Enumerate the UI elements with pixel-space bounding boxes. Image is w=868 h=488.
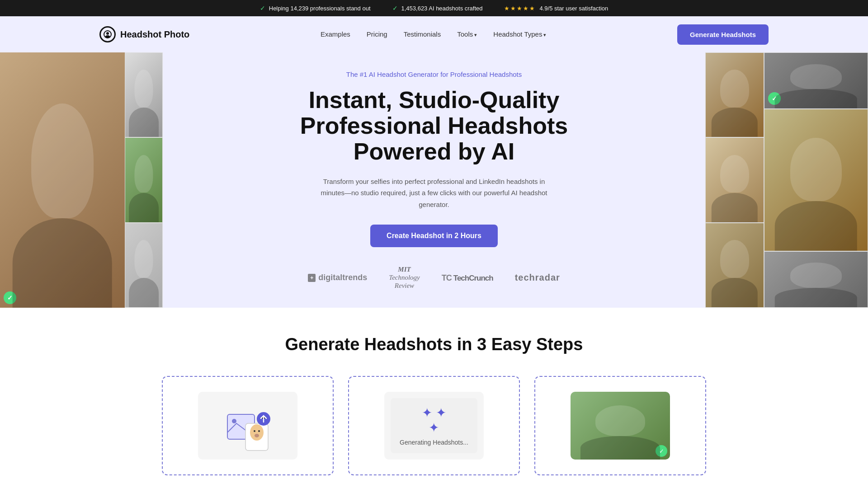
step-2-inner: ✦ ✦✦ Generating Headshots... — [384, 392, 484, 460]
svg-point-1 — [106, 32, 109, 35]
nav-link-testimonials[interactable]: Testimonials — [404, 30, 441, 38]
sparkles-icon: ✦ ✦✦ — [400, 405, 468, 435]
thumb-2 — [125, 137, 163, 222]
right-photo-3 — [705, 223, 764, 308]
check-icon-2: ✓ — [392, 5, 398, 12]
result-image: ✓ — [571, 392, 670, 460]
banner-text-2: 1,453,623 AI headshots crafted — [401, 5, 483, 12]
nav-link-pricing[interactable]: Pricing — [367, 30, 387, 38]
press-logo-digitaltrends: + digitaltrends — [308, 272, 367, 283]
generating-label: Generating Headshots... — [400, 439, 468, 446]
step-card-2: ✦ ✦✦ Generating Headshots... — [348, 376, 520, 475]
right-photo-6 — [764, 251, 868, 308]
upload-illustration — [221, 399, 275, 453]
press-logos: + digitaltrends MITTechnologyReview TC T… — [308, 265, 560, 290]
step-3-inner: ✓ — [571, 392, 670, 460]
check-badge-left: ✓ — [4, 291, 16, 304]
svg-point-7 — [258, 430, 260, 432]
right-photo-2 — [705, 137, 764, 222]
right-photo-4: ✓ — [764, 52, 868, 109]
step-card-3: ✓ — [534, 376, 706, 475]
hero-description: Transform your selfies into perfect prof… — [316, 176, 552, 211]
upload-area — [221, 399, 275, 453]
hero-photo-main-left: ✓ — [0, 52, 125, 308]
star-rating: ★★★★★ — [504, 5, 536, 12]
banner-item-2: ✓ 1,453,623 AI headshots crafted — [392, 5, 483, 12]
nav-link-tools[interactable]: Tools — [457, 30, 477, 38]
steps-section: Generate Headshots in 3 Easy Steps — [0, 308, 868, 488]
thumb-3 — [125, 223, 163, 308]
logo-icon — [99, 26, 116, 42]
banner-text-1: Helping 14,239 professionals stand out — [269, 5, 371, 12]
hero-center: The #1 AI Headshot Generator for Profess… — [163, 52, 705, 308]
right-col-2: ✓ — [764, 52, 868, 308]
logo[interactable]: Headshot Photo — [99, 26, 189, 42]
thumb-1 — [125, 52, 163, 137]
left-photo-collage: ✓ — [0, 52, 163, 308]
press-logo-mit: MITTechnologyReview — [389, 265, 420, 290]
nav-item-tools[interactable]: Tools — [457, 30, 477, 38]
check-badge-right: ✓ — [768, 92, 781, 105]
svg-point-5 — [250, 424, 264, 441]
banner-item-1: ✓ Helping 14,239 professionals stand out — [260, 5, 371, 12]
check-icon-1: ✓ — [260, 5, 265, 12]
svg-point-3 — [232, 419, 236, 423]
right-photo-5 — [764, 109, 868, 251]
press-logo-techcrunch: TC TechCrunch — [442, 272, 493, 283]
top-banner: ✓ Helping 14,239 professionals stand out… — [0, 0, 868, 16]
nav-item-pricing[interactable]: Pricing — [367, 30, 387, 38]
svg-point-8 — [255, 434, 259, 437]
nav-item-headshot-types[interactable]: Headshot Types — [493, 30, 546, 38]
hero-cta-button[interactable]: Create Headshot in 2 Hours — [370, 225, 498, 247]
hero-section: ✓ The #1 AI Headshot Generator for Profe… — [0, 52, 868, 308]
nav-link-headshot-types[interactable]: Headshot Types — [493, 30, 546, 38]
steps-grid: ✦ ✦✦ Generating Headshots... ✓ — [90, 376, 778, 475]
banner-text-3: 4.9/5 star user satisfaction — [539, 5, 608, 12]
step-1-inner — [198, 392, 297, 460]
generate-headshots-button[interactable]: Generate Headshots — [677, 24, 769, 45]
result-check-icon: ✓ — [656, 445, 667, 457]
right-photo-collage: ✓ — [705, 52, 868, 308]
nav-item-testimonials[interactable]: Testimonials — [404, 30, 441, 38]
navbar: Headshot Photo Examples Pricing Testimon… — [0, 16, 868, 52]
nav-link-examples[interactable]: Examples — [321, 30, 350, 38]
hero-subtitle: The #1 AI Headshot Generator for Profess… — [346, 70, 522, 78]
nav-links: Examples Pricing Testimonials Tools Head… — [321, 30, 547, 38]
generating-box: ✦ ✦✦ Generating Headshots... — [391, 398, 477, 453]
nav-item-examples[interactable]: Examples — [321, 30, 350, 38]
press-logo-techradar: techradar — [515, 272, 560, 283]
logo-text: Headshot Photo — [120, 29, 189, 40]
hero-title: Instant, Studio-Quality Professional Hea… — [280, 87, 588, 165]
steps-title: Generate Headshots in 3 Easy Steps — [90, 335, 778, 354]
left-thumbs — [125, 52, 163, 308]
banner-item-3: ★★★★★ 4.9/5 star user satisfaction — [504, 5, 608, 12]
svg-point-6 — [254, 430, 255, 432]
right-col-1 — [705, 52, 764, 308]
step-card-1 — [162, 376, 334, 475]
right-photo-1 — [705, 52, 764, 137]
